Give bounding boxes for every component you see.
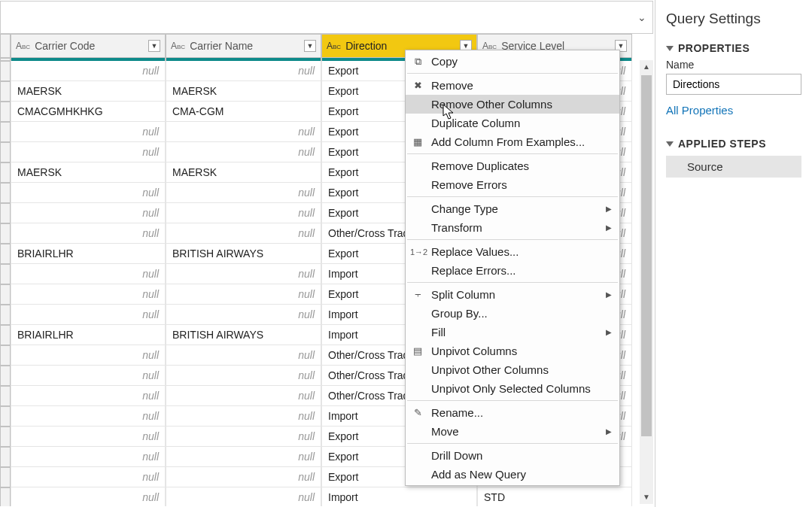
cell[interactable]: BRITISH AIRWAYS xyxy=(166,244,321,264)
row-number[interactable] xyxy=(0,447,11,467)
cell[interactable]: CMA-CGM xyxy=(166,102,321,122)
cell[interactable]: null xyxy=(166,183,321,203)
properties-section-header[interactable]: PROPERTIES xyxy=(666,42,801,54)
cell[interactable]: null xyxy=(166,447,321,467)
row-number[interactable] xyxy=(0,244,11,264)
cell[interactable]: null xyxy=(11,366,166,386)
row-number[interactable] xyxy=(0,406,11,427)
cell[interactable]: null xyxy=(11,305,166,325)
menu-transform[interactable]: Transform ▶ xyxy=(406,218,619,237)
row-number[interactable] xyxy=(0,102,11,122)
all-properties-link[interactable]: All Properties xyxy=(666,104,733,117)
cell[interactable]: null xyxy=(11,122,166,142)
cell[interactable]: null xyxy=(11,203,166,223)
row-number[interactable] xyxy=(0,122,11,142)
scroll-thumb[interactable] xyxy=(641,75,652,436)
cell[interactable]: null xyxy=(166,467,321,487)
row-number[interactable] xyxy=(0,386,11,406)
applied-step[interactable]: Source xyxy=(666,156,801,178)
menu-unpivot-selected-columns[interactable]: Unpivot Only Selected Columns xyxy=(406,379,619,398)
cell[interactable]: null xyxy=(11,386,166,406)
menu-duplicate-column[interactable]: Duplicate Column xyxy=(406,114,619,132)
cell[interactable]: null xyxy=(11,427,166,447)
row-number[interactable] xyxy=(0,81,11,102)
cell[interactable]: null xyxy=(166,406,321,427)
cell[interactable]: MAERSK xyxy=(166,81,321,102)
menu-move[interactable]: Move ▶ xyxy=(406,422,619,441)
cell[interactable]: null xyxy=(166,142,321,162)
cell[interactable]: BRITISH AIRWAYS xyxy=(166,325,321,345)
menu-add-as-new-query[interactable]: Add as New Query xyxy=(406,465,619,484)
cell[interactable]: null xyxy=(11,223,166,244)
scroll-up-icon[interactable]: ▲ xyxy=(640,60,653,74)
cell[interactable]: MAERSK xyxy=(11,162,166,183)
row-number[interactable] xyxy=(0,325,11,345)
column-filter-dropdown[interactable]: ▼ xyxy=(148,40,160,52)
menu-rename[interactable]: ✎ Rename... xyxy=(406,403,619,422)
menu-unpivot-other-columns[interactable]: Unpivot Other Columns xyxy=(406,360,619,379)
row-number[interactable] xyxy=(0,203,11,223)
menu-replace-values[interactable]: 1→2 Replace Values... xyxy=(406,242,619,261)
cell[interactable]: null xyxy=(11,467,166,487)
cell[interactable]: null xyxy=(166,61,321,81)
menu-add-column-from-examples[interactable]: ▦ Add Column From Examples... xyxy=(406,132,619,151)
menu-remove-other-columns[interactable]: Remove Other Columns xyxy=(406,95,619,114)
row-number[interactable] xyxy=(0,487,11,506)
cell[interactable]: MAERSK xyxy=(11,81,166,102)
cell[interactable]: null xyxy=(166,366,321,386)
cell[interactable]: null xyxy=(11,284,166,305)
applied-steps-section-header[interactable]: APPLIED STEPS xyxy=(666,138,801,150)
cell[interactable]: CMACGMHKHKG xyxy=(11,102,166,122)
row-number[interactable] xyxy=(0,427,11,447)
cell[interactable]: null xyxy=(166,427,321,447)
menu-split-column[interactable]: ⫟ Split Column ▶ xyxy=(406,285,619,304)
cell[interactable]: null xyxy=(11,487,166,506)
cell[interactable]: null xyxy=(11,406,166,427)
menu-remove-duplicates[interactable]: Remove Duplicates xyxy=(406,156,619,175)
cell[interactable]: null xyxy=(11,142,166,162)
column-filter-dropdown[interactable]: ▼ xyxy=(304,40,316,52)
cell[interactable]: STD xyxy=(477,487,632,506)
formula-bar[interactable]: ⌄ xyxy=(0,1,653,34)
menu-remove-errors[interactable]: Remove Errors xyxy=(406,175,619,194)
query-name-input[interactable] xyxy=(666,74,801,95)
row-number[interactable] xyxy=(0,467,11,487)
column-header-carrier-name[interactable]: ABCCarrier Name▼ xyxy=(166,34,321,58)
menu-unpivot-columns[interactable]: ▤ Unpivot Columns xyxy=(406,342,619,360)
row-number[interactable] xyxy=(0,345,11,366)
row-number[interactable] xyxy=(0,366,11,386)
cell[interactable]: null xyxy=(11,447,166,467)
menu-group-by[interactable]: Group By... xyxy=(406,304,619,323)
cell[interactable]: null xyxy=(11,183,166,203)
menu-change-type[interactable]: Change Type ▶ xyxy=(406,199,619,218)
cell[interactable]: null xyxy=(166,487,321,506)
cell[interactable]: null xyxy=(11,264,166,284)
cell[interactable]: BRIAIRLHR xyxy=(11,244,166,264)
cell[interactable]: null xyxy=(166,386,321,406)
cell[interactable]: BRIAIRLHR xyxy=(11,325,166,345)
cell[interactable]: null xyxy=(166,284,321,305)
cell[interactable]: null xyxy=(11,61,166,81)
row-number[interactable] xyxy=(0,284,11,305)
row-number[interactable] xyxy=(0,142,11,162)
cell[interactable]: null xyxy=(166,264,321,284)
scroll-down-icon[interactable]: ▼ xyxy=(640,490,653,504)
menu-remove[interactable]: ✖ Remove xyxy=(406,76,619,95)
row-number[interactable] xyxy=(0,223,11,244)
chevron-down-icon[interactable]: ⌄ xyxy=(637,11,646,23)
cell[interactable]: null xyxy=(166,223,321,244)
cell[interactable]: null xyxy=(166,345,321,366)
cell[interactable]: MAERSK xyxy=(166,162,321,183)
column-header-carrier-code[interactable]: ABCCarrier Code▼ xyxy=(11,34,166,58)
menu-copy[interactable]: ⧉ Copy xyxy=(406,52,619,71)
cell[interactable]: null xyxy=(166,122,321,142)
menu-fill[interactable]: Fill ▶ xyxy=(406,323,619,342)
menu-drill-down[interactable]: Drill Down xyxy=(406,446,619,465)
row-number[interactable] xyxy=(0,162,11,183)
vertical-scrollbar[interactable]: ▲ ▼ xyxy=(640,60,653,504)
cell[interactable]: null xyxy=(166,305,321,325)
row-number[interactable] xyxy=(0,183,11,203)
row-number[interactable] xyxy=(0,264,11,284)
cell[interactable]: null xyxy=(11,345,166,366)
cell[interactable]: Import xyxy=(321,487,477,506)
